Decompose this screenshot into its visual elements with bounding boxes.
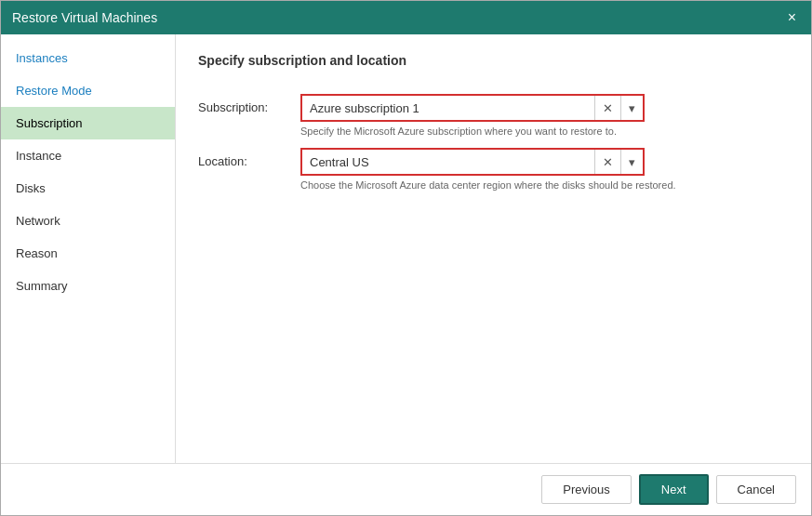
sidebar-item-disks[interactable]: Disks xyxy=(1,172,175,205)
location-row: Location: ✕ ▾ Choose the Microsoft Azure… xyxy=(198,148,789,191)
location-dropdown-button[interactable]: ▾ xyxy=(620,150,643,174)
sidebar-item-restore-mode[interactable]: Restore Mode xyxy=(1,74,175,107)
sidebar-item-instances[interactable]: Instances xyxy=(1,42,175,74)
main-content: Specify subscription and location Subscr… xyxy=(176,34,811,463)
location-clear-button[interactable]: ✕ xyxy=(594,150,620,174)
restore-virtual-machines-dialog: Restore Virtual Machines × Instances Res… xyxy=(0,0,812,516)
location-input-group: ✕ ▾ xyxy=(300,148,645,176)
dialog-footer: Previous Next Cancel xyxy=(1,463,811,515)
subscription-hint: Specify the Microsoft Azure subscription… xyxy=(300,126,728,137)
location-input[interactable] xyxy=(302,150,594,174)
dialog-title: Restore Virtual Machines xyxy=(12,10,157,25)
sidebar-item-reason[interactable]: Reason xyxy=(1,237,175,270)
location-label: Location: xyxy=(198,148,300,168)
subscription-label: Subscription: xyxy=(198,94,300,114)
sidebar-item-instance[interactable]: Instance xyxy=(1,139,175,172)
close-button[interactable]: × xyxy=(784,9,800,26)
cancel-button[interactable]: Cancel xyxy=(716,475,796,504)
subscription-dropdown-button[interactable]: ▾ xyxy=(620,96,643,120)
sidebar-item-subscription[interactable]: Subscription xyxy=(1,107,175,139)
subscription-input[interactable] xyxy=(302,96,594,120)
next-button[interactable]: Next xyxy=(639,474,709,505)
dialog-title-bar: Restore Virtual Machines × xyxy=(1,1,811,34)
subscription-clear-button[interactable]: ✕ xyxy=(594,96,620,120)
sidebar-item-summary[interactable]: Summary xyxy=(1,270,175,302)
sidebar-item-network[interactable]: Network xyxy=(1,205,175,237)
subscription-field-group: ✕ ▾ Specify the Microsoft Azure subscrip… xyxy=(300,94,789,137)
previous-button[interactable]: Previous xyxy=(541,475,632,504)
location-field-group: ✕ ▾ Choose the Microsoft Azure data cent… xyxy=(300,148,789,191)
subscription-input-group: ✕ ▾ xyxy=(300,94,645,122)
location-hint: Choose the Microsoft Azure data center r… xyxy=(300,179,728,191)
dialog-body: Instances Restore Mode Subscription Inst… xyxy=(1,34,811,463)
subscription-row: Subscription: ✕ ▾ Specify the Microsoft … xyxy=(198,94,789,137)
section-title: Specify subscription and location xyxy=(198,53,789,75)
sidebar: Instances Restore Mode Subscription Inst… xyxy=(1,34,176,463)
